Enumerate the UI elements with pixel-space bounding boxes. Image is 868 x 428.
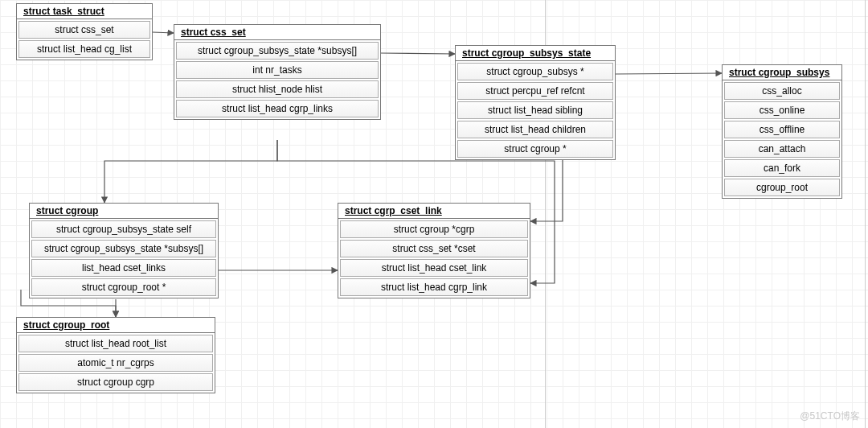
table-row: struct cgroup_subsys_state *subsys[] [176,42,379,60]
table-task_struct: struct task_structstruct css_setstruct l… [16,3,153,60]
table-header: struct cgrp_cset_link [338,204,530,219]
vertical-divider-2 [865,0,866,428]
table-row: struct percpu_ref refcnt [457,82,613,100]
table-row: list_head cset_links [31,259,216,277]
table-header: struct cgroup_subsys_state [456,46,615,61]
table-row: struct hlist_node hlist [176,80,379,98]
table-header: struct css_set [174,25,380,40]
table-row: struct css_set *cset [340,240,528,257]
table-row: can_attach [724,140,840,158]
table-cgroup_subsys_state: struct cgroup_subsys_statestruct cgroup_… [455,45,616,160]
table-row: cgroup_root [724,179,840,196]
table-cgroup_root: struct cgroup_rootstruct list_head root_… [16,317,215,393]
table-row: struct cgroup * [457,140,613,158]
table-row: struct cgroup_subsys_state *subsys[] [31,240,216,257]
table-row: struct list_head cg_list [18,40,150,58]
table-header: struct task_struct [17,4,152,19]
table-header: struct cgroup [30,204,218,219]
table-header: struct cgroup_subsys [723,65,841,80]
table-row: struct cgroup cgrp [18,373,213,391]
table-row: struct list_head cset_link [340,259,528,277]
table-header: struct cgroup_root [17,318,215,333]
table-row: struct css_set [18,21,150,39]
table-cgrp_cset_link: struct cgrp_cset_linkstruct cgroup *cgrp… [338,203,530,298]
table-row: css_alloc [724,82,840,100]
watermark: @51CTO博客 [800,409,860,423]
table-css_set: struct css_setstruct cgroup_subsys_state… [174,24,381,120]
table-row: struct cgroup_subsys_state self [31,220,216,238]
table-row: struct cgroup_subsys * [457,63,613,80]
table-cgroup: struct cgroupstruct cgroup_subsys_state … [29,203,219,298]
table-row: atomic_t nr_cgrps [18,354,213,372]
table-row: can_fork [724,159,840,177]
table-row: struct list_head cgrp_links [176,100,379,117]
table-row: struct list_head cgrp_link [340,278,528,296]
table-cgroup_subsys: struct cgroup_subsyscss_alloccss_onlinec… [722,64,842,199]
table-row: struct list_head root_list [18,335,213,352]
table-row: struct cgroup_root * [31,278,216,296]
table-row: struct list_head sibling [457,101,613,119]
table-row: css_online [724,101,840,119]
table-row: struct cgroup *cgrp [340,220,528,238]
table-row: css_offline [724,121,840,138]
table-row: struct list_head children [457,121,613,138]
table-row: int nr_tasks [176,61,379,79]
